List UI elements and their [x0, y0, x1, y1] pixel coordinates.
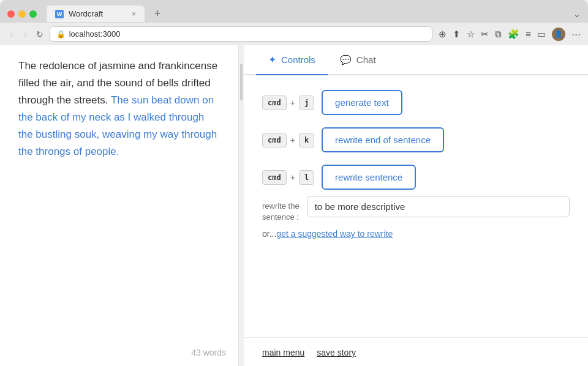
plus-2: +: [290, 135, 295, 145]
rewrite-sentence-shortcut: cmd + l: [262, 170, 314, 185]
browser-window: W Wordcraft × + ⌄ ‹ › ↻ 🔒 localhost:3000…: [0, 0, 588, 45]
word-count: 43 words: [191, 348, 226, 357]
scrollbar[interactable]: [239, 45, 244, 366]
rewrite-input[interactable]: [307, 196, 570, 217]
reader-icon[interactable]: ≡: [526, 29, 531, 39]
plus-1: +: [290, 98, 295, 108]
generate-text-row: cmd + j generate text: [262, 90, 570, 115]
generate-text-button[interactable]: generate text: [322, 90, 402, 115]
cmd-key-3: cmd: [262, 170, 287, 185]
editor-panel: The redolence of jasmine and frankincens…: [0, 45, 239, 366]
active-tab[interactable]: W Wordcraft ×: [47, 6, 145, 22]
save-story-link[interactable]: save story: [317, 348, 356, 357]
k-key: k: [299, 133, 314, 148]
refresh-button[interactable]: ↻: [36, 29, 43, 39]
rewrite-end-shortcut: cmd + k: [262, 133, 314, 148]
tab-chat-label: Chat: [356, 54, 376, 65]
suggest-prefix: or...: [262, 229, 276, 239]
cmd-key-1: cmd: [262, 95, 287, 110]
traffic-lights: [7, 10, 37, 18]
controls-panel: ✦ Controls 💬 Chat cmd + j generate text: [244, 45, 588, 366]
cmd-key-2: cmd: [262, 133, 287, 148]
avatar[interactable]: 👤: [552, 28, 565, 41]
panel-tabs: ✦ Controls 💬 Chat: [244, 45, 588, 75]
more-menu-button[interactable]: ⋯: [571, 29, 581, 40]
generate-text-shortcut: cmd + j: [262, 95, 314, 110]
tab-close-button[interactable]: ×: [132, 10, 136, 18]
tab-dropdown-button[interactable]: ⌄: [573, 9, 581, 19]
tab-controls[interactable]: ✦ Controls: [256, 45, 328, 75]
lock-icon: 🔒: [56, 30, 66, 39]
new-tab-button[interactable]: +: [149, 5, 166, 23]
chat-icon: 💬: [340, 54, 352, 65]
suggest-link[interactable]: get a suggested way to rewrite: [276, 229, 393, 239]
scissors-icon[interactable]: ✂: [481, 29, 489, 40]
extensions-icon[interactable]: 🧩: [508, 29, 519, 40]
rewrite-sentence-button[interactable]: rewrite sentence: [322, 165, 416, 190]
scrollbar-thumb[interactable]: [240, 64, 243, 100]
rewrite-end-button[interactable]: rewrite end of sentence: [322, 127, 444, 152]
tab-favicon: W: [55, 10, 64, 18]
address-bar: ‹ › ↻ 🔒 localhost:3000 ⊕ ⬆ ☆ ✂ ⧉ 🧩 ≡ ▭ 👤…: [0, 23, 588, 45]
tab-chat[interactable]: 💬 Chat: [328, 45, 388, 75]
url-bar[interactable]: 🔒 localhost:3000: [50, 26, 433, 42]
l-key: l: [299, 170, 314, 185]
rewrite-end-row: cmd + k rewrite end of sentence: [262, 127, 570, 152]
panel-content: cmd + j generate text cmd + k rewrite en…: [244, 75, 588, 337]
rewrite-label-line1: rewrite the: [262, 201, 300, 211]
rewrite-label: rewrite the sentence :: [262, 196, 300, 223]
tab-title: Wordcraft: [69, 9, 103, 18]
browser-toolbar: ⊕ ⬆ ☆ ✂ ⧉ 🧩 ≡ ▭ 👤 ⋯: [439, 28, 581, 41]
sidebar-icon[interactable]: ▭: [537, 29, 546, 40]
back-button[interactable]: ‹: [7, 28, 15, 41]
maximize-window-button[interactable]: [29, 10, 37, 18]
bottom-bar: main menu save story: [244, 337, 588, 366]
share-icon[interactable]: ⬆: [453, 29, 461, 40]
editor-text: The redolence of jasmine and frankincens…: [18, 58, 220, 160]
j-key: j: [299, 95, 314, 110]
forward-button[interactable]: ›: [21, 28, 29, 41]
rewrite-sentence-row: cmd + l rewrite sentence: [262, 165, 570, 190]
url-text: localhost:3000: [69, 29, 121, 39]
rewrite-sentence-section: cmd + l rewrite sentence rewrite the sen…: [262, 165, 570, 239]
copy-icon[interactable]: ⧉: [495, 29, 502, 40]
zoom-icon[interactable]: ⊕: [439, 29, 447, 40]
main-menu-link[interactable]: main menu: [262, 348, 304, 357]
rewrite-label-line2: sentence :: [262, 212, 299, 222]
bookmark-icon[interactable]: ☆: [467, 29, 475, 40]
plus-3: +: [290, 173, 295, 182]
close-window-button[interactable]: [7, 10, 15, 18]
rewrite-input-row: rewrite the sentence :: [262, 196, 570, 223]
suggest-link-row: or...get a suggested way to rewrite: [262, 229, 570, 239]
tab-controls-label: Controls: [281, 54, 315, 65]
main-content: The redolence of jasmine and frankincens…: [0, 45, 588, 366]
minimize-window-button[interactable]: [18, 10, 26, 18]
sparkle-icon: ✦: [268, 54, 276, 65]
tab-bar: W Wordcraft × + ⌄: [0, 0, 588, 23]
